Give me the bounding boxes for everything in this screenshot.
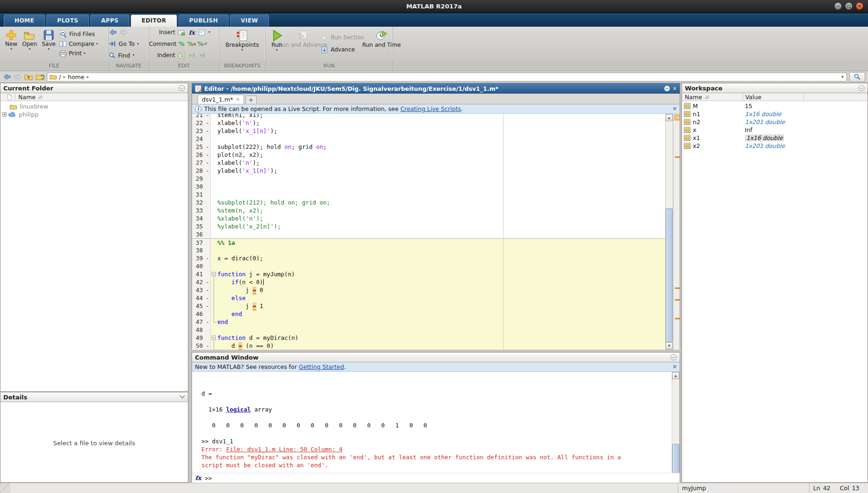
fold-gutter[interactable]	[211, 334, 217, 342]
code-text[interactable]: function j = myJump(n)	[217, 270, 665, 278]
indent-left-icon[interactable]	[198, 52, 206, 59]
breakpoint-gutter[interactable]	[205, 135, 211, 143]
back-arrow-icon[interactable]	[3, 74, 11, 80]
breakpoint-gutter[interactable]: -	[205, 119, 211, 127]
breakpoint-gutter[interactable]	[205, 326, 211, 334]
code-text[interactable]: xlabel('n');	[217, 159, 665, 167]
maximize-button[interactable]: □	[845, 2, 853, 10]
fx-icon[interactable]: fx	[194, 475, 202, 481]
breakpoint-gutter[interactable]	[205, 262, 211, 270]
workspace-row-x[interactable]: xInf	[682, 126, 868, 134]
code-text[interactable]: ylabel('x_1[n]');	[217, 127, 665, 135]
fold-gutter[interactable]	[211, 342, 217, 350]
line-number[interactable]: 49	[192, 334, 205, 342]
comment-icon[interactable]: %	[178, 40, 185, 47]
code-text[interactable]	[217, 191, 665, 199]
fold-gutter[interactable]	[211, 318, 217, 326]
line-number[interactable]: 39	[192, 254, 205, 262]
minimize-button[interactable]: —	[834, 2, 842, 10]
fold-gutter[interactable]	[211, 302, 217, 310]
tab-publish[interactable]: PUBLISH	[178, 15, 229, 27]
path-dropdown-icon[interactable]: ▾	[841, 74, 844, 79]
path-search-button[interactable]	[849, 72, 865, 82]
code-line-49[interactable]: 49function d = myDirac(n)	[192, 334, 665, 342]
code-text[interactable]: %stem(n, x2);	[217, 206, 665, 214]
line-number[interactable]: 21	[192, 114, 205, 119]
breakpoint-gutter[interactable]: -	[205, 127, 211, 135]
editor-scrollbar-thumb[interactable]	[666, 208, 673, 342]
fold-collapse-icon[interactable]	[212, 336, 216, 340]
breakpoint-gutter[interactable]: -	[205, 254, 211, 262]
fold-gutter[interactable]	[211, 151, 217, 159]
code-line-35[interactable]: 35%ylabel('x_2[n]');	[192, 222, 665, 230]
panel-menu-icon[interactable]	[670, 354, 677, 361]
line-number[interactable]: 40	[192, 262, 205, 270]
code-line-27[interactable]: 27-xlabel('n');	[192, 159, 665, 167]
go-to-button[interactable]: Go To▾	[109, 39, 148, 49]
code-line-36[interactable]: 36	[192, 230, 665, 238]
warning-mark[interactable]	[675, 156, 680, 158]
insert-section-icon[interactable]	[178, 29, 185, 36]
breakpoint-gutter[interactable]	[205, 175, 211, 183]
breakpoint-gutter[interactable]	[205, 214, 211, 222]
code-line-28[interactable]: 28-ylabel('x_1[n]');	[192, 167, 665, 175]
code-line-31[interactable]: 31	[192, 191, 665, 199]
code-line-23[interactable]: 23-ylabel('x_1[n]');	[192, 127, 665, 135]
breakpoint-gutter[interactable]: -	[205, 143, 211, 151]
scroll-down-icon[interactable]: ▼	[666, 342, 673, 349]
breakpoint-gutter[interactable]: -	[205, 159, 211, 167]
logical-link[interactable]: logical	[226, 406, 251, 413]
breadcrumb-root[interactable]: /	[59, 74, 61, 81]
run-and-advance-button[interactable]: Run and Advance	[288, 29, 317, 59]
tab-apps[interactable]: APPS	[90, 15, 129, 27]
code-text[interactable]	[217, 135, 665, 143]
line-number[interactable]: 37	[192, 239, 205, 246]
command-prompt-row[interactable]: fx >>	[192, 473, 680, 483]
indent-right-icon[interactable]	[188, 52, 196, 59]
breakpoint-gutter[interactable]: -	[205, 302, 211, 310]
panel-menu-icon[interactable]	[664, 85, 670, 92]
breakpoint-gutter[interactable]	[205, 334, 211, 342]
warning-mark[interactable]	[675, 318, 680, 319]
fold-gutter[interactable]	[211, 239, 217, 246]
breakpoint-gutter[interactable]: -	[205, 114, 211, 119]
code-text[interactable]: plot(n2, x2);	[217, 151, 665, 159]
smart-indent-icon[interactable]	[178, 52, 185, 59]
code-line-38[interactable]: 38	[192, 246, 665, 254]
expand-icon[interactable]: +	[2, 112, 7, 117]
tab-view[interactable]: VIEW	[230, 15, 269, 27]
fold-gutter[interactable]	[211, 310, 217, 318]
code-text[interactable]: x = dirac(0);	[217, 254, 665, 262]
fold-gutter[interactable]	[211, 222, 217, 230]
line-number[interactable]: 26	[192, 151, 205, 159]
breakpoint-gutter[interactable]	[205, 191, 211, 199]
uncomment-icon[interactable]: %x	[188, 40, 196, 47]
creating-live-scripts-link[interactable]: Creating Live Scripts	[401, 105, 461, 112]
code-text[interactable]: else	[217, 294, 665, 302]
line-number[interactable]: 22	[192, 119, 205, 127]
line-number[interactable]: 36	[192, 230, 205, 238]
fold-gutter[interactable]	[211, 246, 217, 254]
code-line-47[interactable]: 47-end	[192, 318, 665, 326]
breadcrumb[interactable]: / ▸ home ▸ ▾	[47, 73, 847, 81]
fold-gutter[interactable]	[211, 143, 217, 151]
code-line-42[interactable]: 42- if(n < 0)	[192, 278, 665, 286]
fold-gutter[interactable]	[211, 326, 217, 334]
print-button[interactable]: Print▾	[59, 49, 98, 58]
code-line-43[interactable]: 43- j = 0	[192, 286, 665, 294]
code-line-22[interactable]: 22-xlabel('n');	[192, 119, 665, 127]
save-button[interactable]: Save▾	[39, 29, 58, 59]
warning-mark[interactable]	[675, 287, 680, 289]
code-text[interactable]: %xlabel('n');	[217, 214, 665, 222]
command-scrollbar[interactable]: ▲ ▼	[672, 372, 680, 473]
code-line-44[interactable]: 44- else	[192, 294, 665, 302]
line-number[interactable]: 34	[192, 214, 205, 222]
breakpoint-gutter[interactable]	[205, 206, 211, 214]
line-number[interactable]: 29	[192, 175, 205, 183]
workspace-row-x2[interactable]: x21x201 double	[682, 142, 868, 150]
code-line-24[interactable]: 24	[192, 135, 665, 143]
line-number[interactable]: 50	[192, 342, 205, 350]
forward-arrow-icon[interactable]	[14, 74, 22, 80]
browse-folder-icon[interactable]	[36, 73, 45, 81]
workspace-row-M[interactable]: M15	[682, 102, 868, 110]
